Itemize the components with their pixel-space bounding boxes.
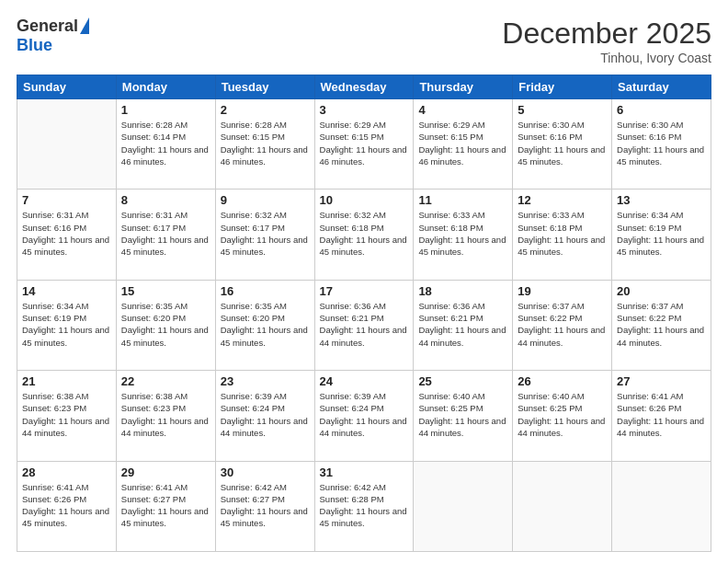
day-number: 14 — [22, 284, 111, 298]
day-number: 3 — [320, 103, 409, 117]
cell-info: Sunrise: 6:29 AMSunset: 6:15 PMDaylight:… — [418, 119, 507, 167]
day-number: 13 — [617, 193, 706, 207]
calendar-cell: 31Sunrise: 6:42 AMSunset: 6:28 PMDayligh… — [314, 461, 414, 551]
calendar-cell: 24Sunrise: 6:39 AMSunset: 6:24 PMDayligh… — [314, 371, 414, 461]
day-number: 15 — [121, 284, 210, 298]
calendar-cell — [17, 99, 117, 190]
title-area: December 2025 Tinhou, Ivory Coast — [502, 17, 711, 65]
day-header-saturday: Saturday — [612, 75, 711, 99]
cell-info: Sunrise: 6:40 AMSunset: 6:25 PMDaylight:… — [518, 390, 607, 439]
day-number: 22 — [121, 374, 210, 388]
logo-blue-text: Blue — [17, 36, 52, 55]
calendar-cell: 17Sunrise: 6:36 AMSunset: 6:21 PMDayligh… — [314, 280, 414, 370]
header-row: SundayMondayTuesdayWednesdayThursdayFrid… — [17, 75, 711, 99]
logo-general-text: General — [17, 17, 78, 36]
header: General Blue December 2025 Tinhou, Ivory… — [17, 17, 711, 65]
day-number: 29 — [121, 465, 210, 479]
day-number: 28 — [22, 465, 111, 479]
logo: General Blue — [17, 17, 89, 55]
cell-info: Sunrise: 6:39 AMSunset: 6:24 PMDaylight:… — [320, 390, 409, 439]
calendar-cell — [513, 461, 612, 551]
page: General Blue December 2025 Tinhou, Ivory… — [0, 0, 728, 563]
calendar-cell: 7Sunrise: 6:31 AMSunset: 6:16 PMDaylight… — [17, 190, 117, 280]
calendar-cell: 10Sunrise: 6:32 AMSunset: 6:18 PMDayligh… — [314, 190, 414, 280]
cell-info: Sunrise: 6:28 AMSunset: 6:15 PMDaylight:… — [221, 119, 310, 167]
day-header-thursday: Thursday — [414, 75, 513, 99]
calendar-cell: 23Sunrise: 6:39 AMSunset: 6:24 PMDayligh… — [215, 371, 314, 461]
calendar-cell: 6Sunrise: 6:30 AMSunset: 6:16 PMDaylight… — [612, 99, 711, 190]
day-number: 31 — [320, 465, 409, 479]
day-number: 18 — [418, 284, 507, 298]
calendar-cell: 22Sunrise: 6:38 AMSunset: 6:23 PMDayligh… — [116, 371, 215, 461]
cell-info: Sunrise: 6:33 AMSunset: 6:18 PMDaylight:… — [518, 209, 607, 258]
calendar-cell: 28Sunrise: 6:41 AMSunset: 6:26 PMDayligh… — [17, 461, 117, 551]
week-row-4: 21Sunrise: 6:38 AMSunset: 6:23 PMDayligh… — [17, 371, 711, 461]
cell-info: Sunrise: 6:31 AMSunset: 6:16 PMDaylight:… — [22, 209, 111, 258]
day-number: 25 — [418, 374, 507, 388]
cell-info: Sunrise: 6:40 AMSunset: 6:25 PMDaylight:… — [418, 390, 507, 439]
cell-info: Sunrise: 6:33 AMSunset: 6:18 PMDaylight:… — [418, 209, 507, 258]
day-number: 26 — [518, 374, 607, 388]
calendar-cell: 29Sunrise: 6:41 AMSunset: 6:27 PMDayligh… — [116, 461, 215, 551]
calendar-cell: 20Sunrise: 6:37 AMSunset: 6:22 PMDayligh… — [612, 280, 711, 370]
calendar-cell: 1Sunrise: 6:28 AMSunset: 6:14 PMDaylight… — [116, 99, 215, 190]
calendar-cell: 25Sunrise: 6:40 AMSunset: 6:25 PMDayligh… — [414, 371, 513, 461]
cell-info: Sunrise: 6:29 AMSunset: 6:15 PMDaylight:… — [320, 119, 409, 167]
calendar-cell: 2Sunrise: 6:28 AMSunset: 6:15 PMDaylight… — [215, 99, 314, 190]
day-number: 2 — [221, 103, 310, 117]
calendar-cell: 11Sunrise: 6:33 AMSunset: 6:18 PMDayligh… — [414, 190, 513, 280]
cell-info: Sunrise: 6:30 AMSunset: 6:16 PMDaylight:… — [518, 119, 607, 167]
logo-triangle-icon — [80, 17, 89, 34]
calendar-cell: 14Sunrise: 6:34 AMSunset: 6:19 PMDayligh… — [17, 280, 117, 370]
cell-info: Sunrise: 6:42 AMSunset: 6:27 PMDaylight:… — [221, 481, 310, 530]
cell-info: Sunrise: 6:28 AMSunset: 6:14 PMDaylight:… — [121, 119, 210, 167]
day-header-wednesday: Wednesday — [314, 75, 414, 99]
day-number: 10 — [320, 193, 409, 207]
day-number: 11 — [418, 193, 507, 207]
calendar-cell: 4Sunrise: 6:29 AMSunset: 6:15 PMDaylight… — [414, 99, 513, 190]
calendar-cell: 9Sunrise: 6:32 AMSunset: 6:17 PMDaylight… — [215, 190, 314, 280]
day-number: 1 — [121, 103, 210, 117]
day-number: 21 — [22, 374, 111, 388]
calendar-cell: 3Sunrise: 6:29 AMSunset: 6:15 PMDaylight… — [314, 99, 414, 190]
cell-info: Sunrise: 6:41 AMSunset: 6:26 PMDaylight:… — [617, 390, 706, 439]
day-number: 7 — [22, 193, 111, 207]
cell-info: Sunrise: 6:31 AMSunset: 6:17 PMDaylight:… — [121, 209, 210, 258]
cell-info: Sunrise: 6:32 AMSunset: 6:17 PMDaylight:… — [221, 209, 310, 258]
calendar-cell: 19Sunrise: 6:37 AMSunset: 6:22 PMDayligh… — [513, 280, 612, 370]
day-number: 16 — [221, 284, 310, 298]
week-row-1: 1Sunrise: 6:28 AMSunset: 6:14 PMDaylight… — [17, 99, 711, 190]
calendar-cell: 18Sunrise: 6:36 AMSunset: 6:21 PMDayligh… — [414, 280, 513, 370]
day-header-friday: Friday — [513, 75, 612, 99]
day-number: 19 — [518, 284, 607, 298]
day-number: 20 — [617, 284, 706, 298]
day-number: 4 — [418, 103, 507, 117]
location: Tinhou, Ivory Coast — [502, 51, 711, 65]
week-row-5: 28Sunrise: 6:41 AMSunset: 6:26 PMDayligh… — [17, 461, 711, 551]
cell-info: Sunrise: 6:41 AMSunset: 6:26 PMDaylight:… — [22, 481, 111, 530]
cell-info: Sunrise: 6:37 AMSunset: 6:22 PMDaylight:… — [518, 300, 607, 349]
day-number: 12 — [518, 193, 607, 207]
day-number: 17 — [320, 284, 409, 298]
calendar-cell: 27Sunrise: 6:41 AMSunset: 6:26 PMDayligh… — [612, 371, 711, 461]
calendar-cell: 12Sunrise: 6:33 AMSunset: 6:18 PMDayligh… — [513, 190, 612, 280]
calendar-cell: 8Sunrise: 6:31 AMSunset: 6:17 PMDaylight… — [116, 190, 215, 280]
calendar-cell: 30Sunrise: 6:42 AMSunset: 6:27 PMDayligh… — [215, 461, 314, 551]
calendar-cell — [414, 461, 513, 551]
day-number: 9 — [221, 193, 310, 207]
calendar-cell: 13Sunrise: 6:34 AMSunset: 6:19 PMDayligh… — [612, 190, 711, 280]
day-number: 27 — [617, 374, 706, 388]
cell-info: Sunrise: 6:41 AMSunset: 6:27 PMDaylight:… — [121, 481, 210, 530]
month-title: December 2025 — [502, 17, 711, 51]
cell-info: Sunrise: 6:37 AMSunset: 6:22 PMDaylight:… — [617, 300, 706, 349]
cell-info: Sunrise: 6:35 AMSunset: 6:20 PMDaylight:… — [121, 300, 210, 349]
cell-info: Sunrise: 6:36 AMSunset: 6:21 PMDaylight:… — [320, 300, 409, 349]
calendar-table: SundayMondayTuesdayWednesdayThursdayFrid… — [17, 75, 711, 552]
calendar-cell: 15Sunrise: 6:35 AMSunset: 6:20 PMDayligh… — [116, 280, 215, 370]
cell-info: Sunrise: 6:39 AMSunset: 6:24 PMDaylight:… — [221, 390, 310, 439]
cell-info: Sunrise: 6:35 AMSunset: 6:20 PMDaylight:… — [221, 300, 310, 349]
day-number: 5 — [518, 103, 607, 117]
day-number: 6 — [617, 103, 706, 117]
cell-info: Sunrise: 6:36 AMSunset: 6:21 PMDaylight:… — [418, 300, 507, 349]
cell-info: Sunrise: 6:38 AMSunset: 6:23 PMDaylight:… — [121, 390, 210, 439]
